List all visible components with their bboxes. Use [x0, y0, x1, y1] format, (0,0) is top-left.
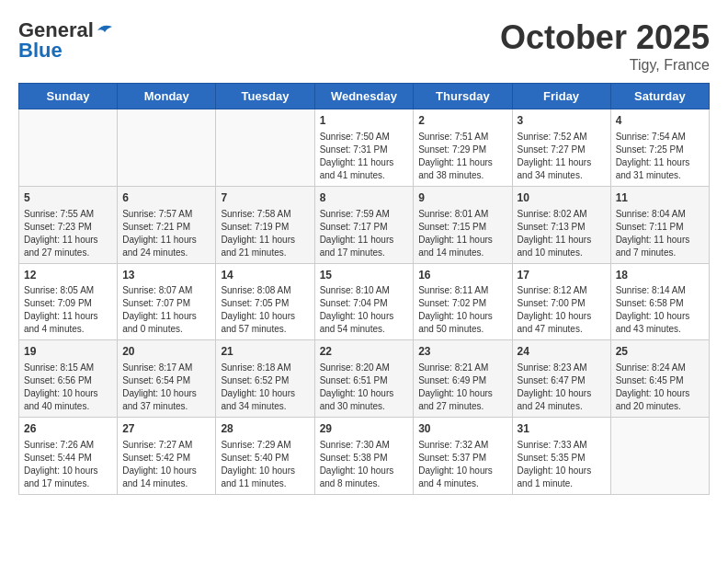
day-number: 28 — [221, 421, 309, 437]
day-info: Sunrise: 8:01 AM Sunset: 7:15 PM Dayligh… — [418, 208, 506, 259]
day-number: 4 — [616, 113, 704, 129]
calendar-cell: 2Sunrise: 7:51 AM Sunset: 7:29 PM Daylig… — [414, 109, 512, 187]
calendar-cell: 3Sunrise: 7:52 AM Sunset: 7:27 PM Daylig… — [512, 109, 610, 187]
day-number: 22 — [320, 344, 409, 360]
calendar-cell: 22Sunrise: 8:20 AM Sunset: 6:51 PM Dayli… — [314, 340, 414, 418]
calendar-header-row: SundayMondayTuesdayWednesdayThursdayFrid… — [19, 84, 710, 109]
calendar-cell: 11Sunrise: 8:04 AM Sunset: 7:11 PM Dayli… — [610, 186, 709, 263]
weekday-header-friday: Friday — [512, 84, 610, 109]
calendar-cell: 21Sunrise: 8:18 AM Sunset: 6:52 PM Dayli… — [216, 340, 314, 418]
day-number: 21 — [221, 344, 309, 360]
day-number: 1 — [320, 113, 409, 129]
logo-blue: Blue — [18, 39, 63, 63]
day-number: 29 — [320, 421, 409, 437]
day-number: 7 — [221, 190, 309, 206]
day-number: 30 — [418, 421, 506, 437]
day-number: 20 — [122, 344, 210, 360]
weekday-header-tuesday: Tuesday — [216, 84, 314, 109]
logo-bird-icon — [96, 23, 114, 38]
day-info: Sunrise: 8:15 AM Sunset: 6:56 PM Dayligh… — [24, 362, 112, 413]
calendar-cell: 28Sunrise: 7:29 AM Sunset: 5:40 PM Dayli… — [216, 418, 314, 495]
day-info: Sunrise: 7:58 AM Sunset: 7:19 PM Dayligh… — [221, 208, 309, 259]
calendar-week-row: 19Sunrise: 8:15 AM Sunset: 6:56 PM Dayli… — [19, 340, 710, 418]
calendar-cell: 6Sunrise: 7:57 AM Sunset: 7:21 PM Daylig… — [118, 186, 216, 263]
calendar-cell: 12Sunrise: 8:05 AM Sunset: 7:09 PM Dayli… — [19, 263, 118, 340]
day-info: Sunrise: 8:10 AM Sunset: 7:04 PM Dayligh… — [320, 284, 409, 336]
day-info: Sunrise: 8:07 AM Sunset: 7:07 PM Dayligh… — [122, 284, 210, 336]
day-number: 19 — [24, 344, 112, 360]
calendar-cell: 10Sunrise: 8:02 AM Sunset: 7:13 PM Dayli… — [512, 186, 610, 263]
day-info: Sunrise: 7:26 AM Sunset: 5:44 PM Dayligh… — [24, 439, 112, 490]
day-number: 16 — [418, 268, 506, 283]
day-info: Sunrise: 8:18 AM Sunset: 6:52 PM Dayligh… — [221, 362, 309, 413]
day-number: 10 — [518, 190, 606, 206]
calendar-cell: 5Sunrise: 7:55 AM Sunset: 7:23 PM Daylig… — [19, 186, 118, 263]
day-number: 27 — [122, 421, 210, 437]
day-info: Sunrise: 8:08 AM Sunset: 7:05 PM Dayligh… — [221, 284, 309, 336]
calendar-week-row: 5Sunrise: 7:55 AM Sunset: 7:23 PM Daylig… — [19, 186, 710, 263]
calendar-cell: 13Sunrise: 8:07 AM Sunset: 7:07 PM Dayli… — [118, 263, 216, 340]
day-number: 24 — [518, 344, 606, 360]
day-info: Sunrise: 8:23 AM Sunset: 6:47 PM Dayligh… — [518, 362, 606, 413]
day-number: 5 — [24, 190, 112, 206]
calendar-cell: 17Sunrise: 8:12 AM Sunset: 7:00 PM Dayli… — [512, 263, 610, 340]
title-section: October 2025 Tigy, France — [500, 18, 710, 74]
day-info: Sunrise: 7:51 AM Sunset: 7:29 PM Dayligh… — [418, 131, 506, 182]
calendar-cell — [19, 109, 118, 187]
day-info: Sunrise: 8:21 AM Sunset: 6:49 PM Dayligh… — [418, 362, 506, 413]
day-info: Sunrise: 7:55 AM Sunset: 7:23 PM Dayligh… — [24, 208, 112, 259]
calendar-cell: 29Sunrise: 7:30 AM Sunset: 5:38 PM Dayli… — [314, 418, 414, 495]
calendar-cell — [118, 109, 216, 187]
day-number: 9 — [418, 190, 506, 206]
day-info: Sunrise: 8:24 AM Sunset: 6:45 PM Dayligh… — [616, 362, 704, 413]
day-info: Sunrise: 7:33 AM Sunset: 5:35 PM Dayligh… — [518, 439, 606, 490]
calendar-cell: 24Sunrise: 8:23 AM Sunset: 6:47 PM Dayli… — [512, 340, 610, 418]
day-info: Sunrise: 8:05 AM Sunset: 7:09 PM Dayligh… — [24, 284, 112, 336]
month-title: October 2025 — [500, 18, 710, 57]
day-info: Sunrise: 7:59 AM Sunset: 7:17 PM Dayligh… — [320, 208, 409, 259]
day-info: Sunrise: 8:11 AM Sunset: 7:02 PM Dayligh… — [418, 284, 506, 336]
day-number: 3 — [518, 113, 606, 129]
calendar-cell: 7Sunrise: 7:58 AM Sunset: 7:19 PM Daylig… — [216, 186, 314, 263]
day-info: Sunrise: 7:54 AM Sunset: 7:25 PM Dayligh… — [616, 131, 704, 182]
calendar-cell: 26Sunrise: 7:26 AM Sunset: 5:44 PM Dayli… — [19, 418, 118, 495]
day-info: Sunrise: 8:02 AM Sunset: 7:13 PM Dayligh… — [518, 208, 606, 259]
calendar-cell: 1Sunrise: 7:50 AM Sunset: 7:31 PM Daylig… — [314, 109, 414, 187]
calendar-cell: 20Sunrise: 8:17 AM Sunset: 6:54 PM Dayli… — [118, 340, 216, 418]
page-header: General Blue October 2025 Tigy, France — [18, 18, 710, 74]
day-info: Sunrise: 8:20 AM Sunset: 6:51 PM Dayligh… — [320, 362, 409, 413]
day-number: 8 — [320, 190, 409, 206]
calendar-cell: 19Sunrise: 8:15 AM Sunset: 6:56 PM Dayli… — [19, 340, 118, 418]
day-number: 31 — [518, 421, 606, 437]
weekday-header-thursday: Thursday — [414, 84, 512, 109]
day-number: 12 — [24, 268, 112, 283]
day-number: 2 — [418, 113, 506, 129]
day-info: Sunrise: 7:29 AM Sunset: 5:40 PM Dayligh… — [221, 439, 309, 490]
day-info: Sunrise: 8:04 AM Sunset: 7:11 PM Dayligh… — [616, 208, 704, 259]
day-number: 6 — [122, 190, 210, 206]
calendar-cell: 9Sunrise: 8:01 AM Sunset: 7:15 PM Daylig… — [414, 186, 512, 263]
day-number: 14 — [221, 268, 309, 283]
day-number: 15 — [320, 268, 409, 283]
calendar-week-row: 12Sunrise: 8:05 AM Sunset: 7:09 PM Dayli… — [19, 263, 710, 340]
calendar-cell: 23Sunrise: 8:21 AM Sunset: 6:49 PM Dayli… — [414, 340, 512, 418]
day-number: 18 — [616, 268, 704, 283]
logo: General Blue — [18, 18, 114, 63]
day-info: Sunrise: 7:57 AM Sunset: 7:21 PM Dayligh… — [122, 208, 210, 259]
calendar-cell: 31Sunrise: 7:33 AM Sunset: 5:35 PM Dayli… — [512, 418, 610, 495]
day-number: 11 — [616, 190, 704, 206]
day-number: 25 — [616, 344, 704, 360]
day-info: Sunrise: 8:14 AM Sunset: 6:58 PM Dayligh… — [616, 284, 704, 336]
calendar-cell — [216, 109, 314, 187]
day-number: 17 — [518, 268, 606, 283]
calendar-cell: 8Sunrise: 7:59 AM Sunset: 7:17 PM Daylig… — [314, 186, 414, 263]
day-info: Sunrise: 7:52 AM Sunset: 7:27 PM Dayligh… — [518, 131, 606, 182]
calendar-table: SundayMondayTuesdayWednesdayThursdayFrid… — [18, 83, 710, 495]
weekday-header-sunday: Sunday — [19, 84, 118, 109]
day-info: Sunrise: 7:30 AM Sunset: 5:38 PM Dayligh… — [320, 439, 409, 490]
calendar-cell: 27Sunrise: 7:27 AM Sunset: 5:42 PM Dayli… — [118, 418, 216, 495]
day-number: 23 — [418, 344, 506, 360]
calendar-cell: 18Sunrise: 8:14 AM Sunset: 6:58 PM Dayli… — [610, 263, 709, 340]
calendar-cell: 14Sunrise: 8:08 AM Sunset: 7:05 PM Dayli… — [216, 263, 314, 340]
weekday-header-wednesday: Wednesday — [314, 84, 414, 109]
